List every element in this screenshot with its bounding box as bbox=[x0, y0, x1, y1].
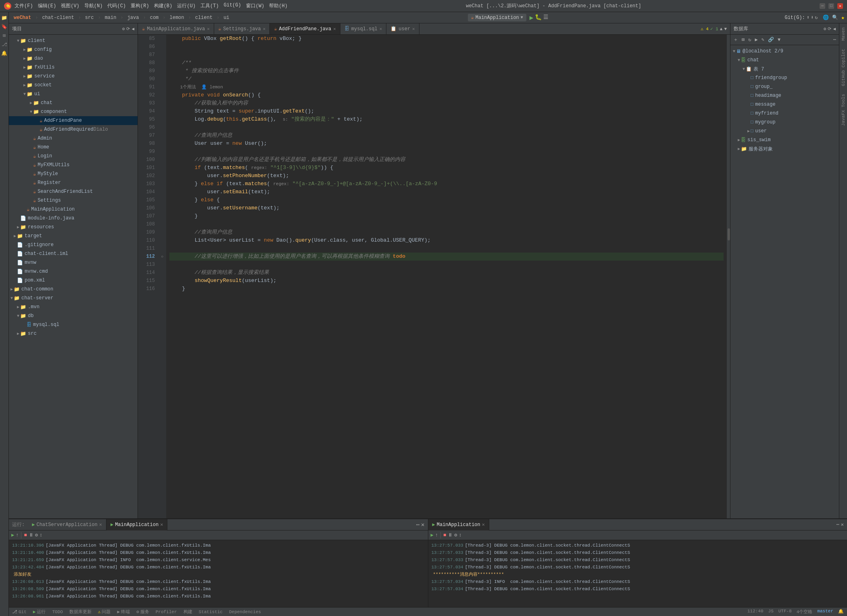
tab-settings[interactable]: ☕ Settings.java ✕ bbox=[214, 23, 270, 35]
settings-gear-icon[interactable]: ⚙ bbox=[122, 26, 125, 31]
run-stop-red-icon[interactable]: ■ bbox=[24, 532, 27, 538]
tree-item-resources[interactable]: ▶ 📁 resources bbox=[9, 223, 138, 232]
vertical-label-maven[interactable]: Maven bbox=[841, 27, 846, 41]
db-table-group[interactable]: ▶ □ group_ bbox=[730, 82, 839, 91]
maximize-button[interactable]: □ bbox=[828, 3, 834, 9]
tab-close-settings[interactable]: ✕ bbox=[263, 26, 266, 31]
status-statistic[interactable]: Statistic bbox=[199, 610, 223, 614]
run-button[interactable]: ▶ bbox=[530, 14, 534, 22]
nav-src[interactable]: src bbox=[83, 14, 96, 21]
star-icon[interactable]: ★ bbox=[841, 14, 845, 21]
db-reload-icon[interactable]: ↻ bbox=[747, 36, 752, 43]
tree-item-register[interactable]: ▶ ☕ Register bbox=[9, 178, 138, 187]
tab-mysqlsql[interactable]: 🗄 mysql.sql ✕ bbox=[340, 23, 386, 35]
nav-chat-client[interactable]: chat-client bbox=[40, 14, 76, 21]
db-serverobj-item[interactable]: ▶ 📁 服务器对象 bbox=[730, 144, 839, 153]
close-chatserver[interactable]: ✕ bbox=[99, 522, 102, 528]
notifications-icon[interactable]: 🔔 bbox=[1, 50, 8, 57]
tree-item-addfriendpane[interactable]: ▶ ☕ AddFriendPane bbox=[9, 116, 138, 125]
run-more-icon[interactable]: ⋯ bbox=[416, 521, 419, 528]
tree-item-client[interactable]: ▼ 📁 client bbox=[9, 36, 138, 45]
db-more-icon[interactable]: ⋯ bbox=[832, 36, 837, 43]
git-push-icon[interactable]: ⬆ bbox=[807, 15, 809, 21]
vertical-label-javafx[interactable]: JavaFX Tools bbox=[841, 94, 846, 126]
right-scroll-icon[interactable]: ↕ bbox=[459, 532, 461, 538]
db-run-icon[interactable]: ▶ bbox=[753, 36, 759, 43]
git-update-icon[interactable]: ↻ bbox=[815, 15, 818, 21]
bookmark-icon[interactable]: 🔖 bbox=[1, 23, 8, 30]
tree-item-myfxmlutils[interactable]: ▶ ☕ MyFXMLUtils bbox=[9, 161, 138, 169]
right-panel-close[interactable]: ✕ bbox=[841, 522, 844, 528]
tree-item-service[interactable]: ▶ 📁 service bbox=[9, 72, 138, 81]
tree-item-chat-server[interactable]: ▼ 📁 chat-server bbox=[9, 294, 138, 303]
tree-item-component[interactable]: ▼ 📁 component bbox=[9, 107, 138, 116]
tree-item-addfriendreqdialog[interactable]: ▶ ☕ AddFriendRequiredDialo bbox=[9, 125, 138, 134]
tab-close-mainapplication[interactable]: ✕ bbox=[207, 26, 210, 31]
run-settings-icon[interactable]: ⚙ bbox=[35, 532, 38, 538]
db-collapse-icon[interactable]: ◀ bbox=[833, 26, 836, 31]
db-host-item[interactable]: ▼ 🖥 @localhost 2/9 bbox=[730, 47, 839, 56]
tab-mainapplication-run[interactable]: ▶ MainApplication ✕ bbox=[106, 519, 168, 530]
nav-down-button[interactable]: ▼ bbox=[724, 27, 727, 31]
db-tables-group[interactable]: ▼ 📋 表 7 bbox=[730, 65, 839, 73]
run-config-selector[interactable]: ☕ MainApplication ▼ bbox=[468, 14, 526, 21]
tree-item-fxutils[interactable]: ▶ 📁 fxUtils bbox=[9, 63, 138, 72]
run-suspend-icon[interactable]: ⏸ bbox=[29, 532, 33, 538]
nav-java[interactable]: java bbox=[125, 14, 142, 21]
db-filter-icon[interactable]: ▼ bbox=[776, 37, 782, 43]
db-chat-item[interactable]: ▼ 🗄 chat bbox=[730, 56, 839, 65]
tree-item-mvnwcmd[interactable]: ▶ 📄 mvnw.cmd bbox=[9, 267, 138, 276]
coverage-button[interactable]: ☰ bbox=[543, 14, 549, 22]
db-refresh-icon[interactable]: ⟳ bbox=[828, 26, 831, 31]
status-profiler[interactable]: Profiler bbox=[156, 610, 177, 614]
translate-icon[interactable]: 🌐 bbox=[823, 15, 829, 21]
db-table-headimage[interactable]: ▶ □ headimage bbox=[730, 91, 839, 100]
search-icon[interactable]: 🔍 bbox=[832, 15, 838, 21]
db-add-icon[interactable]: ＋ bbox=[732, 36, 739, 44]
nav-com[interactable]: com bbox=[148, 14, 161, 21]
tree-item-chatclientiml[interactable]: ▶ 📄 chat-client.iml bbox=[9, 249, 138, 258]
tree-item-moduleinfo[interactable]: ▶ 📄 module-info.java bbox=[9, 214, 138, 223]
notification-icon[interactable]: 🔔 bbox=[838, 609, 844, 615]
tab-chatserver[interactable]: ▶ ChatServerApplication ✕ bbox=[28, 519, 106, 530]
tab-close-mysql[interactable]: ✕ bbox=[380, 26, 382, 31]
tree-item-mystyle[interactable]: ▶ ☕ MyStyle bbox=[9, 169, 138, 178]
status-dbupdate[interactable]: 数据库更新 bbox=[69, 609, 92, 615]
db-link-icon[interactable]: 🔗 bbox=[767, 36, 775, 43]
nav-main[interactable]: main bbox=[102, 14, 119, 21]
nav-ui[interactable]: ui bbox=[221, 14, 232, 21]
db-table-friendgroup[interactable]: ▶ □ friendgroup bbox=[730, 73, 839, 82]
tree-item-socket[interactable]: ▶ 📁 socket bbox=[9, 81, 138, 90]
tree-item-db[interactable]: ▼ 📁 db bbox=[9, 311, 138, 320]
db-edit-icon[interactable]: ✎ bbox=[760, 36, 766, 43]
db-sisswim-item[interactable]: ▶ 🗄 sis_swim bbox=[730, 136, 839, 144]
run-restart-icon[interactable]: ▶ bbox=[11, 532, 14, 538]
tree-item-mvnw[interactable]: ▶ 📄 mvnw bbox=[9, 258, 138, 267]
tree-item-chat[interactable]: ▶ 📁 chat bbox=[9, 98, 138, 107]
db-table-user[interactable]: ▶ □ user bbox=[730, 127, 839, 136]
db-gear-icon[interactable]: ⚙ bbox=[824, 26, 826, 31]
project-icon[interactable]: 📁 bbox=[1, 14, 8, 21]
status-branch[interactable]: master bbox=[817, 609, 833, 615]
refresh-icon[interactable]: ⟳ bbox=[126, 26, 130, 31]
tab-mainapplication[interactable]: ☕ MainApplication.java ✕ bbox=[138, 23, 214, 35]
status-dependencies[interactable]: Dependencies bbox=[229, 610, 261, 614]
vertical-label-githubcopilot[interactable]: GitHub Copilot bbox=[841, 49, 846, 86]
nav-up-button[interactable]: ▲ bbox=[720, 27, 723, 31]
tree-item-searchfriendlist[interactable]: ▶ ☕ SearchAndFriendList bbox=[9, 187, 138, 196]
tree-item-mainapplication[interactable]: ▶ ☕ MainApplication bbox=[9, 205, 138, 214]
tab-mainapplication-right[interactable]: ▶ MainApplication ✕ bbox=[428, 519, 490, 530]
nav-lemon[interactable]: lemon bbox=[167, 14, 187, 21]
run-close-icon[interactable]: ✕ bbox=[421, 521, 424, 528]
tab-close-addfriendpane[interactable]: ✕ bbox=[333, 26, 336, 31]
right-stop-icon[interactable]: ■ bbox=[443, 532, 446, 538]
status-run[interactable]: ▶ 运行 bbox=[33, 609, 46, 615]
code-editor[interactable]: public VBox getRoot() { return vBox; } /… bbox=[166, 35, 727, 518]
tree-item-gitignore[interactable]: ▶ 📄 .gitignore bbox=[9, 240, 138, 249]
right-settings-icon[interactable]: ⚙ bbox=[454, 532, 457, 538]
tree-item-ui[interactable]: ▼ 📁 ui bbox=[9, 90, 138, 98]
git-sidebar-icon[interactable]: ⎇ bbox=[1, 41, 8, 48]
status-build[interactable]: 构建 bbox=[184, 609, 192, 615]
tree-item-chat-common[interactable]: ▶ 📁 chat-common bbox=[9, 285, 138, 294]
status-git[interactable]: ⎇ Git bbox=[12, 609, 27, 614]
